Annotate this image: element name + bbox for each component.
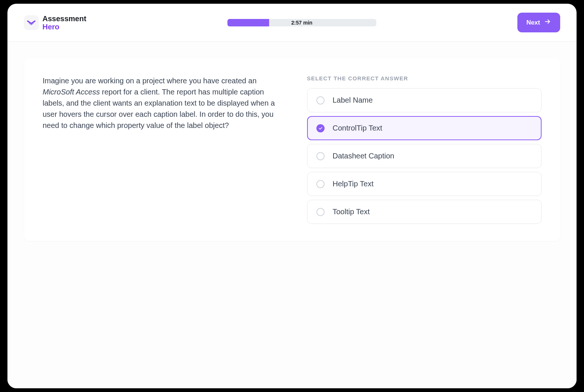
progress-fill bbox=[227, 19, 269, 26]
logo-line1: Assessment bbox=[42, 15, 86, 23]
option-label: Label Name bbox=[333, 96, 373, 105]
next-button[interactable]: Next bbox=[517, 13, 560, 32]
answer-column: SELECT THE CORRECT ANSWER Label Name Con… bbox=[307, 75, 542, 224]
progress-time-label: 2:57 min bbox=[291, 20, 313, 26]
answer-option-3[interactable]: HelpTip Text bbox=[307, 172, 542, 196]
answer-option-1[interactable]: ControlTip Text bbox=[307, 116, 542, 140]
logo-line2: Hero bbox=[42, 23, 86, 31]
progress-bar: 2:57 min bbox=[227, 19, 376, 26]
radio-icon bbox=[316, 96, 325, 105]
answer-options: Label Name ControlTip Text Datasheet Cap… bbox=[307, 88, 542, 224]
radio-icon bbox=[316, 152, 325, 160]
question-prefix: Imagine you are working on a project whe… bbox=[43, 77, 257, 85]
question-italic: MicroSoft Access bbox=[43, 88, 100, 96]
answer-heading: SELECT THE CORRECT ANSWER bbox=[307, 75, 542, 81]
answer-option-4[interactable]: Tooltip Text bbox=[307, 200, 542, 224]
logo-text: Assessment Hero bbox=[42, 15, 86, 31]
header: Assessment Hero 2:57 min Next bbox=[7, 4, 577, 42]
option-label: Tooltip Text bbox=[333, 208, 370, 216]
option-label: HelpTip Text bbox=[333, 180, 374, 188]
logo: Assessment Hero bbox=[24, 15, 86, 31]
answer-option-2[interactable]: Datasheet Caption bbox=[307, 144, 542, 168]
arrow-right-icon bbox=[544, 18, 551, 27]
radio-checked-icon bbox=[316, 124, 325, 132]
next-button-label: Next bbox=[526, 19, 540, 26]
question-text: Imagine you are working on a project whe… bbox=[43, 75, 277, 224]
option-label: ControlTip Text bbox=[333, 124, 382, 132]
option-label: Datasheet Caption bbox=[333, 152, 395, 160]
radio-icon bbox=[316, 180, 325, 188]
app-window: Assessment Hero 2:57 min Next Imagine yo… bbox=[7, 4, 577, 388]
question-card: Imagine you are working on a project whe… bbox=[24, 58, 560, 241]
radio-icon bbox=[316, 208, 325, 216]
logo-icon bbox=[24, 15, 39, 30]
content-area: Imagine you are working on a project whe… bbox=[7, 42, 577, 388]
answer-option-0[interactable]: Label Name bbox=[307, 88, 542, 112]
